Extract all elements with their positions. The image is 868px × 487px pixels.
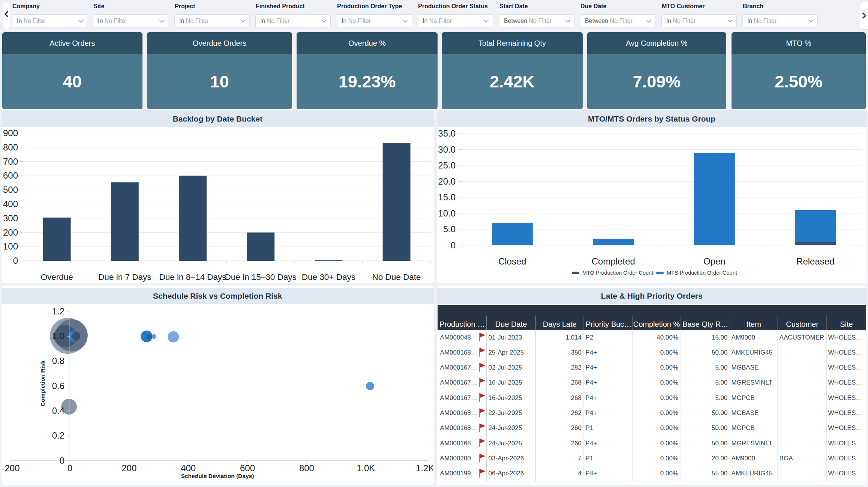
svg-text:0.00%: 0.00% <box>660 349 678 356</box>
svg-text:7: 7 <box>578 455 582 462</box>
svg-text:Due in 15–30 Days: Due in 15–30 Days <box>225 272 297 282</box>
svg-text:20.0: 20.0 <box>438 176 456 186</box>
svg-text:AM000199…: AM000199… <box>440 470 477 477</box>
svg-text:Customer: Customer <box>786 320 819 328</box>
svg-text:MGBASE: MGBASE <box>732 364 759 371</box>
svg-text:WHOLES…: WHOLES… <box>828 334 862 341</box>
svg-text:03-Apr-2026: 03-Apr-2026 <box>489 455 524 462</box>
svg-text:AM000167…: AM000167… <box>440 379 477 386</box>
svg-text:P4+: P4+ <box>586 379 597 386</box>
svg-text:AM000200…: AM000200… <box>440 455 477 462</box>
svg-text:AM000168…: AM000168… <box>440 424 477 431</box>
svg-text:MGPCB: MGPCB <box>732 424 755 431</box>
svg-text:25-Apr-2025: 25-Apr-2025 <box>489 349 524 356</box>
svg-text:Site: Site <box>840 320 853 328</box>
svg-text:400: 400 <box>181 463 196 473</box>
svg-text:Priority Buc…: Priority Buc… <box>586 320 631 328</box>
svg-text:16-Jul-2025: 16-Jul-2025 <box>489 394 522 401</box>
svg-text:1.0K: 1.0K <box>357 463 375 473</box>
svg-text:0.00%: 0.00% <box>660 455 678 462</box>
svg-text:WHOLES…: WHOLES… <box>828 379 862 386</box>
svg-text:MGBASE: MGBASE <box>732 409 759 416</box>
svg-text:400: 400 <box>3 199 18 209</box>
svg-text:15.0: 15.0 <box>438 192 456 202</box>
svg-text:15.00: 15.00 <box>712 334 728 341</box>
svg-text:WHOLES…: WHOLES… <box>828 364 862 371</box>
svg-text:282: 282 <box>571 364 582 371</box>
svg-text:WHOLES…: WHOLES… <box>828 424 862 431</box>
svg-text:4: 4 <box>578 470 582 477</box>
svg-text:P4+: P4+ <box>586 364 597 371</box>
svg-text:Open: Open <box>703 256 726 266</box>
svg-text:AM000167…: AM000167… <box>440 364 477 371</box>
svg-text:Schedule Deviation (Days): Schedule Deviation (Days) <box>181 473 254 479</box>
svg-text:Due 30+ Days: Due 30+ Days <box>302 272 355 282</box>
svg-text:1.0: 1.0 <box>52 331 64 341</box>
svg-text:25.0: 25.0 <box>438 160 456 170</box>
svg-text:5.0: 5.0 <box>443 224 456 234</box>
svg-text:Completion %: Completion % <box>633 320 680 328</box>
svg-text:AMKEURIG45: AMKEURIG45 <box>732 470 773 477</box>
svg-text:24-Jul-2025: 24-Jul-2025 <box>489 424 522 431</box>
svg-text:35.0: 35.0 <box>438 128 456 138</box>
svg-text:0: 0 <box>451 240 456 250</box>
svg-text:0.6: 0.6 <box>52 381 64 391</box>
svg-text:Due Date: Due Date <box>495 320 527 328</box>
svg-text:0.00%: 0.00% <box>660 379 678 386</box>
svg-text:5.00: 5.00 <box>715 394 727 401</box>
svg-text:P4+: P4+ <box>586 409 597 416</box>
svg-text:200: 200 <box>3 227 18 237</box>
svg-text:AM000168…: AM000168… <box>440 409 477 416</box>
svg-text:0.2: 0.2 <box>52 430 64 440</box>
svg-text:0.8: 0.8 <box>52 356 64 366</box>
svg-text:Item: Item <box>747 320 761 328</box>
svg-text:MTO Production Order Count: MTO Production Order Count <box>582 270 653 276</box>
svg-text:10.0: 10.0 <box>438 208 456 218</box>
svg-text:0.00%: 0.00% <box>660 409 678 416</box>
svg-text:268: 268 <box>571 394 582 401</box>
svg-text:P4+: P4+ <box>586 394 597 401</box>
svg-text:55.00: 55.00 <box>712 470 728 477</box>
svg-text:AM000168…: AM000168… <box>440 440 477 447</box>
svg-text:0.00%: 0.00% <box>660 394 678 401</box>
svg-text:BOA: BOA <box>780 455 793 462</box>
svg-text:300: 300 <box>3 213 18 223</box>
svg-text:AM000048: AM000048 <box>440 334 471 341</box>
svg-text:0: 0 <box>60 455 64 466</box>
svg-text:Overdue: Overdue <box>40 272 73 282</box>
svg-text:1.2K: 1.2K <box>416 463 433 473</box>
svg-text:MGRESVINLT: MGRESVINLT <box>732 440 772 447</box>
svg-text:AMKEURIG45: AMKEURIG45 <box>732 349 773 356</box>
svg-text:AM000168…: AM000168… <box>440 349 477 356</box>
svg-text:0: 0 <box>67 463 72 473</box>
svg-text:500: 500 <box>3 185 18 195</box>
svg-text:50.00: 50.00 <box>712 440 728 447</box>
svg-text:100: 100 <box>3 241 18 251</box>
svg-text:MTS Production Order Count: MTS Production Order Count <box>667 270 737 276</box>
svg-text:01-Jul-2023: 01-Jul-2023 <box>489 334 522 341</box>
svg-text:P1: P1 <box>586 424 594 431</box>
svg-text:0.4: 0.4 <box>52 406 64 416</box>
svg-text:WHOLES…: WHOLES… <box>828 440 862 447</box>
svg-text:Production …: Production … <box>439 320 485 328</box>
svg-text:24-Jul-2025: 24-Jul-2025 <box>489 440 522 447</box>
svg-text:Released: Released <box>796 256 834 266</box>
svg-text:AM9000: AM9000 <box>732 334 755 341</box>
svg-text:50.00: 50.00 <box>712 409 728 416</box>
svg-text:260: 260 <box>571 440 582 447</box>
svg-text:268: 268 <box>571 379 582 386</box>
svg-text:5.00: 5.00 <box>715 379 727 386</box>
svg-text:No Due Date: No Due Date <box>372 272 421 282</box>
svg-text:Base Qty R…: Base Qty R… <box>682 320 728 328</box>
svg-text:Completed: Completed <box>592 256 635 266</box>
svg-text:WHOLES…: WHOLES… <box>828 455 862 462</box>
svg-text:0.00%: 0.00% <box>660 364 678 371</box>
svg-text:40.00%: 40.00% <box>657 334 678 341</box>
svg-text:02-Jul-2025: 02-Jul-2025 <box>489 364 522 371</box>
svg-text:P2: P2 <box>586 334 594 341</box>
svg-text:350: 350 <box>571 349 582 356</box>
svg-text:MGRESVINLT: MGRESVINLT <box>732 379 772 386</box>
svg-text:-200: -200 <box>1 463 19 473</box>
svg-text:Completion Risk: Completion Risk <box>39 360 46 406</box>
svg-text:262: 262 <box>571 409 582 416</box>
